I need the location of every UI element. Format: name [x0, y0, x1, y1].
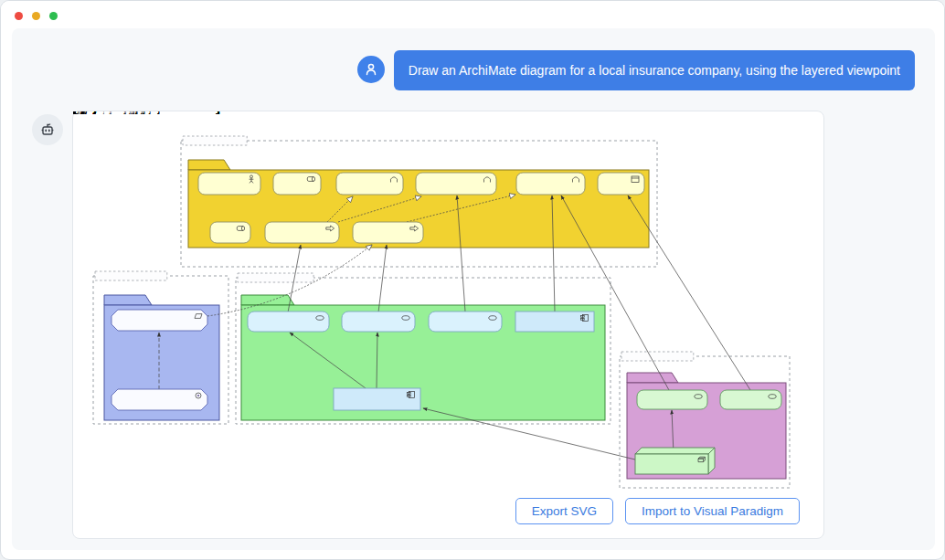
- claims-processing-server: [635, 448, 715, 474]
- diagram-card: [object SVGGElement][object SVGGElement]…: [72, 111, 824, 539]
- import-to-visual-paradigm-button[interactable]: Import to Visual Paradigm: [625, 498, 800, 524]
- claims-assessment-process: [265, 222, 339, 243]
- user-icon: [363, 61, 379, 78]
- approve-payment-to-claimant: [416, 173, 496, 195]
- underwriter: [210, 222, 250, 243]
- svg-text:[object SVGGElement]: [object SVGGElement]: [73, 111, 137, 114]
- robot-icon: [38, 121, 57, 139]
- maximize-window-button[interactable]: [49, 12, 58, 20]
- claim-request: [598, 173, 644, 195]
- claim-storage-service: [720, 390, 781, 409]
- user-message-bubble: Draw an ArchiMate diagram for a local in…: [394, 50, 915, 90]
- user-avatar: [357, 56, 385, 83]
- improve-claims-resolution-time: [111, 389, 207, 410]
- assistant-avatar: [32, 114, 63, 145]
- export-svg-button[interactable]: Export SVG: [515, 498, 613, 524]
- user-message-row: Draw an ArchiMate diagram for a local in…: [357, 50, 915, 90]
- policyholder-customer: [198, 173, 260, 195]
- minimize-window-button[interactable]: [32, 12, 40, 20]
- policy-validation-service: [637, 390, 707, 409]
- inspect-claimed-damage: [336, 173, 403, 195]
- claims-adjuster: [273, 173, 321, 195]
- window-titlebar: [1, 1, 944, 28]
- diagram-actions: Export SVG Import to Visual Paradigm: [515, 498, 800, 524]
- claim-submission-process: [353, 222, 423, 243]
- close-window-button[interactable]: [15, 12, 23, 20]
- policy-validation-component: [515, 312, 594, 332]
- faster-claims-processing-required: [111, 310, 207, 331]
- payment-approval-service: [429, 312, 502, 332]
- verify-policy-coverage: [516, 173, 585, 195]
- claim-submission-service: [342, 312, 415, 332]
- archimate-diagram: [object SVGGElement][object SVGGElement]…: [73, 111, 825, 495]
- damage-assessment-service: [248, 312, 329, 332]
- chat-panel: Draw an ArchiMate diagram for a local in…: [12, 28, 935, 550]
- claim-management-component: [334, 388, 420, 410]
- relationship-serves-1: [378, 245, 387, 312]
- app-window: Draw an ArchiMate diagram for a local in…: [0, 0, 945, 560]
